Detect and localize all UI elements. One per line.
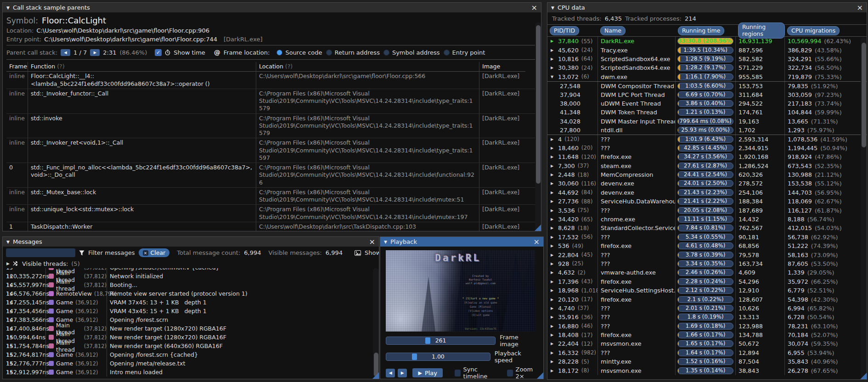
- cpu-titlebar[interactable]: ▼ CPU data ×: [547, 3, 867, 12]
- slider-grab[interactable]: [425, 337, 430, 344]
- message-row[interactable]: 1s 153,116,97nsGame(36,912)Intro menu lo…: [3, 368, 379, 376]
- collapse-arrow-icon[interactable]: ▼: [6, 6, 10, 10]
- expand-arrow-icon[interactable]: ▶: [551, 181, 555, 185]
- expand-arrow-icon[interactable]: ▶: [551, 164, 555, 168]
- message-row[interactable]: 1s 147,383,566nsGame(36,912)VRAM 43x45: …: [3, 307, 379, 315]
- cpu-table-row[interactable]: ▶30,380(24)ScriptedSandbox64.exe1:28.2 (…: [547, 63, 867, 72]
- cpu-table-row[interactable]: ▶18,408(17)firefox.exe1.66 s (0.17%)134,…: [547, 331, 867, 339]
- prev-page-button[interactable]: ◀: [61, 49, 70, 56]
- sort-name-button[interactable]: Name: [600, 26, 626, 35]
- step-forward-button[interactable]: ▶: [398, 369, 407, 377]
- expand-arrow-icon[interactable]: ▶: [551, 226, 555, 230]
- cpu-table-row[interactable]: 34,028DWM Master Input Thread799.64 ms (…: [547, 117, 867, 126]
- expand-arrow-icon[interactable]: ▶: [551, 262, 555, 266]
- expand-arrow-icon[interactable]: ▶: [551, 48, 555, 52]
- cpu-table-row[interactable]: ▶34,420(65)chrome.exe11.11 s (1.15%)14,4…: [547, 215, 867, 224]
- cpu-table-row[interactable]: ▶28,228(5)mintty.exe1.52 s (0.16%)87,504…: [547, 357, 867, 366]
- cpu-table-row[interactable]: ▶4,740(37)???2.01 s (0.21%)10,6266,994(6…: [547, 304, 867, 313]
- cpu-table-row[interactable]: ▶22,404(12)msvsmon.exe1.65 s (0.17%)50,6…: [547, 339, 867, 348]
- callstack-scrollbar[interactable]: [535, 22, 541, 231]
- collapse-arrow-icon[interactable]: ▼: [551, 6, 554, 10]
- resize-grip[interactable]: [860, 373, 867, 379]
- callstack-table-row[interactable]: 1TaskDispatch::WorkerC:\Users\wolf\Deskt…: [6, 222, 537, 231]
- column-header-function[interactable]: Function (?): [28, 62, 256, 72]
- messages-titlebar[interactable]: ▼ Messages ×: [3, 237, 379, 247]
- frame-location-radio-source-code[interactable]: Source code: [276, 49, 322, 56]
- callstack-table-row[interactable]: 0std::_Func_impl_no_alloc<<lambda_5bc224…: [6, 163, 537, 188]
- expand-arrow-icon[interactable]: ▶: [551, 57, 555, 61]
- cpu-table-row[interactable]: ▶17,396(43)firefox.exe2.28 s (0.24%)54,2…: [547, 277, 867, 286]
- sync-timeline-checkbox[interactable]: Sync timeline: [455, 366, 497, 379]
- collapse-arrow-icon[interactable]: ▼: [551, 75, 555, 79]
- expand-arrow-icon[interactable]: ▶: [551, 137, 555, 141]
- column-header-image[interactable]: Image: [479, 62, 525, 72]
- expand-arrow-icon[interactable]: ▶: [551, 217, 555, 221]
- expand-arrow-icon[interactable]: ▶: [551, 208, 555, 213]
- cpu-table-row[interactable]: ▶30,060(116)devenv.exe24.01 s (2.50%)278…: [547, 179, 867, 188]
- frame-location-radio-symbol-address[interactable]: Symbol address: [383, 49, 440, 56]
- callstack-table-row[interactable]: inlinestd::unique_lock<std::mutex>::lock…: [6, 205, 537, 222]
- frame-location-radio-return-address[interactable]: Return address: [326, 49, 380, 56]
- expand-arrow-icon[interactable]: ▶: [551, 315, 555, 319]
- expand-arrow-icon[interactable]: ▶: [551, 270, 555, 275]
- show-images-label[interactable]: Show images: [365, 249, 379, 256]
- close-icon[interactable]: ×: [534, 239, 540, 245]
- cpu-table-row[interactable]: ▶3,536(75)???20.05 s (2.08%)187,689116,1…: [547, 206, 867, 214]
- cpu-table-row[interactable]: ▶20,120(17)firefox.exe2.1 s (0.22%)128,6…: [547, 295, 867, 303]
- frame-image-slider[interactable]: 261: [386, 337, 496, 345]
- callstack-titlebar[interactable]: ▼ Call stack sample parents ×: [3, 3, 541, 12]
- messages-scrollbar[interactable]: [373, 268, 379, 377]
- expand-arrow-icon[interactable]: ▶: [551, 280, 555, 284]
- clear-button[interactable]: ×Clear: [139, 248, 170, 257]
- expand-arrow-icon[interactable]: ▶: [551, 360, 555, 364]
- expand-arrow-icon[interactable]: ▶: [551, 199, 555, 203]
- expand-arrow-icon[interactable]: ▶: [551, 146, 555, 150]
- cpu-table-row[interactable]: 41,348DWM Token Thread1.21 s (0.13%)174,…: [547, 108, 867, 117]
- column-header-location[interactable]: Location (?): [256, 62, 479, 72]
- cpu-table-row[interactable]: ▶4,632(2)vmware-authd.exe2.46 s (0.26%)4…: [547, 268, 867, 277]
- slider-grab[interactable]: [412, 354, 417, 360]
- cpu-table-row[interactable]: ▶27,736(88)ServiceHub.DataWarehouse21.41…: [547, 197, 867, 206]
- step-back-button[interactable]: ◀: [386, 369, 395, 377]
- playback-titlebar[interactable]: ▼ Playback ×: [380, 237, 543, 247]
- cpu-table-row[interactable]: ▶16,880(46)???1.69 s (0.18%)123,98878,23…: [547, 322, 867, 331]
- sort-pid-button[interactable]: PID/TID: [550, 26, 579, 35]
- message-row[interactable]: 1s 146,576,766nsMain thread(37,812)Booti…: [3, 281, 379, 289]
- cpu-scrollbar[interactable]: [861, 37, 866, 378]
- cpu-table-row[interactable]: ▶7,300(37)steam.exe27.61 s (2.87%)1,286,…: [547, 161, 867, 170]
- column-header-frame[interactable]: Frame: [6, 62, 28, 72]
- cpu-table-row[interactable]: ▶2,448(18)MemCompression24.41 s (2.54%)6…: [547, 170, 867, 179]
- expand-arrow-icon[interactable]: ▶: [551, 342, 555, 346]
- expand-arrow-icon[interactable]: ▶: [551, 173, 555, 177]
- cpu-table-row[interactable]: ▶16,332(982)???1.64 s (0.17%)12,8946,955…: [547, 348, 867, 357]
- cpu-table-row[interactable]: ▶45,620(24)Tracy.exe1:39.5 (10.34%)887,5…: [547, 45, 867, 54]
- callstack-table-row[interactable]: inlineFloor::CalcLight::__l4::<lambda_5b…: [6, 72, 537, 89]
- cpu-table-row[interactable]: ▶44,692(84)devenv.exe21.43 s (2.23%)254,…: [547, 188, 867, 197]
- resize-grip[interactable]: [535, 225, 541, 231]
- callstack-table-row[interactable]: inlinestd::invokeC:\Program Files (x86)\…: [6, 114, 537, 139]
- expand-arrow-icon[interactable]: ▶: [551, 369, 555, 373]
- cpu-table-row[interactable]: 27,548DWM Compositor Thread1:03.5 (6.60%…: [547, 81, 867, 90]
- cpu-table-row[interactable]: ▶536(49)firefox.exe4.61 s (0.48%)68,8565…: [547, 242, 867, 250]
- next-page-button[interactable]: ▶: [90, 49, 100, 56]
- expand-arrow-icon[interactable]: ▶: [6, 261, 10, 266]
- callstack-table-row[interactable]: inlinestd::_Mutex_base::lockC:\Program F…: [6, 188, 537, 205]
- cpu-table-row[interactable]: ▶17,532(56)???5.34 s (0.55%)90,18156,738…: [547, 233, 867, 242]
- expand-arrow-icon[interactable]: ▶: [551, 155, 555, 159]
- cpu-table-row[interactable]: 37,904DWM LPC Port Thread6.69 s (0.70%)3…: [547, 90, 867, 99]
- expand-arrow-icon[interactable]: ▶: [551, 39, 555, 43]
- filter-input[interactable]: [6, 248, 75, 257]
- collapse-arrow-icon[interactable]: ▼: [384, 240, 387, 244]
- message-row[interactable]: 1s 147,354,456nsGame(36,912)VRAM 37x45: …: [3, 298, 379, 307]
- cpu-table-row[interactable]: ▶4(120)???1:01.9 (6.43%)2,593,3141,078,5…: [547, 135, 867, 143]
- expand-arrow-icon[interactable]: ▶: [551, 66, 555, 70]
- message-row[interactable]: 1s 147,255,145nsRemoteView(18,796)Remote…: [3, 289, 379, 298]
- cpu-table-row[interactable]: ▼13,072(6)dwm.exe1:16.1 (7.90%)955,58571…: [547, 73, 867, 81]
- cpu-table-row[interactable]: ▶22,804(45)???3.78 s (0.39%)79,57858,163…: [547, 250, 867, 259]
- expand-arrow-icon[interactable]: ▶: [551, 244, 555, 248]
- expand-arrow-icon[interactable]: ▶: [551, 333, 555, 337]
- callstack-table-row[interactable]: inlinestd::_Invoker_functor::_CallC:\Pro…: [6, 89, 537, 114]
- visible-threads-row[interactable]: ▶ Visible threads: (5): [3, 259, 379, 268]
- cpu-table-row[interactable]: ▶8,628(18)StandardCollector.Service.e7.8…: [547, 224, 867, 232]
- resize-grip[interactable]: [372, 372, 379, 379]
